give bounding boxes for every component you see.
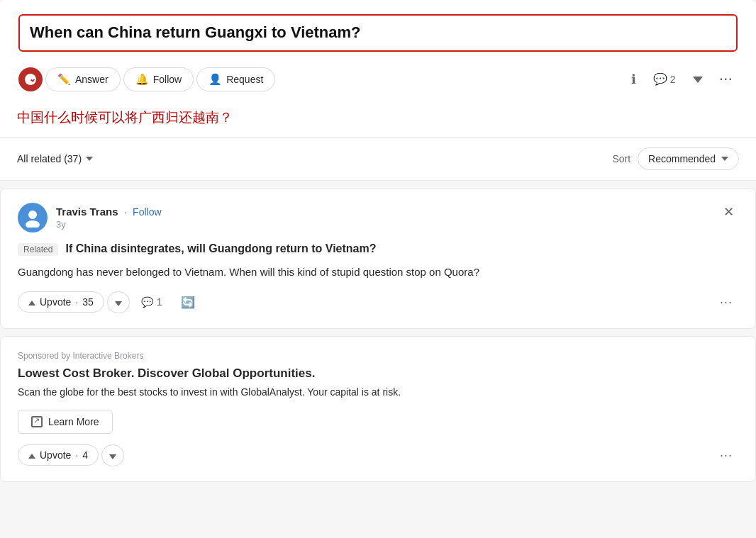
answer-card: Travis Trans · Follow 3y ✕ Related If Ch…	[0, 188, 756, 329]
filter-bar: All related (37) Sort Recommended	[0, 138, 756, 181]
ad-card: Sponsored by Interactive Brokers Lowest …	[0, 336, 756, 482]
request-label: Request	[226, 74, 263, 85]
answer-footer: Upvote · 35 💬 1 🔄 ···	[18, 291, 738, 314]
ad-downvote-button[interactable]	[101, 444, 124, 466]
request-button[interactable]: 👤 Request	[196, 67, 275, 91]
author-info: Travis Trans · Follow 3y	[18, 203, 162, 232]
downvote-icon	[693, 73, 703, 86]
answer-body: Guangdong has never belonged to Vietnam.…	[18, 264, 738, 281]
comment-answer-button[interactable]: 💬 1	[133, 292, 171, 312]
upvote-count: 35	[82, 296, 94, 308]
comment-icon: 💬	[141, 296, 153, 308]
close-button[interactable]: ✕	[719, 203, 738, 221]
sort-dropdown[interactable]: Recommended	[638, 147, 739, 170]
comment-button[interactable]: 💬 2	[649, 69, 680, 89]
all-related-label: All related (37)	[17, 153, 82, 164]
quora-logo	[18, 67, 43, 91]
ad-upvote-count: 4	[82, 449, 88, 461]
learn-more-label: Learn More	[48, 416, 99, 427]
upvote-icon	[28, 296, 35, 308]
upvote-button[interactable]: Upvote · 35	[18, 291, 104, 313]
comment-count: 2	[670, 74, 676, 85]
more-options-button[interactable]: ···	[716, 70, 738, 89]
share-button[interactable]: 🔄	[174, 291, 202, 313]
upvote-label: Upvote	[40, 296, 71, 308]
more-answer-options-button[interactable]: ···	[714, 291, 738, 314]
sort-chevron-icon	[721, 157, 728, 161]
follow-button[interactable]: 🔔 Follow	[123, 67, 194, 91]
follow-icon: 🔔	[135, 73, 149, 86]
sort-label: Sort	[612, 153, 630, 164]
question-title: When can China return Guangxi to Vietnam…	[30, 23, 726, 43]
info-icon: ℹ	[631, 72, 636, 87]
svg-point-1	[26, 220, 40, 228]
translation-text: 中国什么时候可以将广西归还越南？	[17, 110, 233, 125]
sort-recommended-label: Recommended	[648, 153, 716, 164]
answer-time: 3y	[56, 219, 162, 230]
ad-body: Scan the globe for the best stocks to in…	[18, 385, 738, 400]
author-name: Travis Trans	[56, 206, 118, 218]
chevron-down-icon	[86, 157, 93, 161]
downvote-button[interactable]	[689, 70, 707, 89]
ad-upvote-icon	[28, 449, 35, 461]
author-follow-link[interactable]: Follow	[133, 206, 161, 218]
ad-sponsor-label: Sponsored by Interactive Brokers	[18, 351, 738, 361]
more-ad-options-button[interactable]: ···	[714, 444, 738, 467]
external-link-icon	[31, 416, 43, 427]
comment-count: 1	[157, 296, 162, 308]
more-dots-icon: ···	[720, 295, 733, 309]
more-icon: ···	[720, 73, 733, 86]
answer-label: Answer	[75, 74, 109, 85]
translation-bar: 中国什么时候可以将广西归还越南？	[0, 103, 756, 138]
ad-title: Lowest Cost Broker. Discover Global Oppo…	[18, 366, 738, 381]
svg-point-0	[28, 211, 37, 219]
ad-footer: Upvote · 4 ···	[18, 444, 738, 467]
downvote-answer-icon	[115, 296, 122, 308]
share-icon: 🔄	[181, 296, 195, 308]
answer-icon: ✏️	[57, 73, 71, 86]
comment-icon: 💬	[653, 72, 667, 86]
related-question: If China disintegrates, will Guangdong r…	[66, 242, 377, 254]
downvote-answer-button[interactable]	[107, 291, 130, 313]
avatar	[18, 203, 48, 232]
request-icon: 👤	[209, 73, 222, 86]
ad-downvote-icon	[109, 449, 116, 461]
follow-label: Follow	[153, 74, 182, 85]
answer-button[interactable]: ✏️ Answer	[45, 67, 121, 91]
learn-more-button[interactable]: Learn More	[18, 410, 113, 434]
all-related-filter[interactable]: All related (37)	[17, 153, 93, 164]
info-button[interactable]: ℹ	[627, 69, 640, 90]
ad-upvote-label: Upvote	[40, 449, 71, 461]
related-tag: Related	[18, 243, 58, 256]
ad-upvote-button[interactable]: Upvote · 4	[18, 444, 99, 466]
more-ad-dots-icon: ···	[720, 448, 733, 462]
